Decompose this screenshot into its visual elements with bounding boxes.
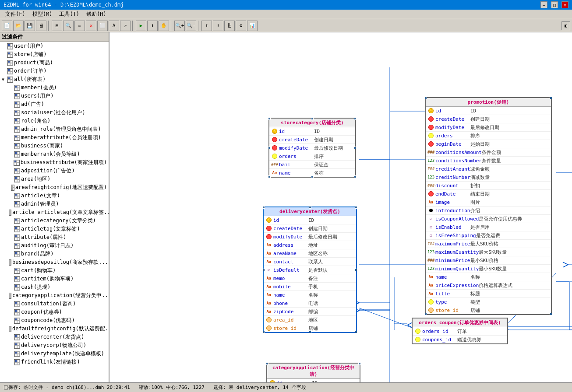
toolbar-play[interactable]: ▶ [136, 21, 146, 31]
menu-model[interactable]: 模型(M) [29, 10, 56, 19]
sidebar-item[interactable]: store(店铺) [0, 50, 109, 59]
table-row[interactable]: beginDate 起始日期 [426, 140, 551, 148]
table-storecategory[interactable]: storecategory(店铺分类) 🔑 id ID createDate 创… [268, 118, 356, 178]
toolbar-layout[interactable]: 📊 [247, 21, 258, 31]
sidebar-item[interactable]: delivercenter(发货点) [0, 333, 109, 341]
sidebar-item[interactable]: product(商品) [0, 59, 109, 67]
toolbar-stop[interactable]: ⬜ [97, 21, 108, 31]
resize-t[interactable] [311, 117, 314, 120]
table-row[interactable]: Aα name 名称 [264, 291, 356, 299]
toolbar-cursor[interactable]: ⬆ [147, 21, 158, 31]
menu-tools[interactable]: 工具(T) [56, 10, 83, 19]
sidebar-item[interactable]: article_articletag(文章文章标签...) [0, 208, 109, 217]
resize-r[interactable] [355, 269, 357, 271]
sidebar-item[interactable]: article(文章) [0, 192, 109, 200]
sidebar-item[interactable]: ▼all(所有表) [0, 75, 109, 84]
table-row[interactable]: type 类型 [426, 298, 551, 306]
table-row[interactable]: ### minimumPrice 最小SKU价格 [426, 256, 551, 265]
resize-b[interactable] [309, 331, 311, 333]
table-row[interactable]: modifyDate 最后修改日期 [426, 123, 551, 132]
sidebar-item[interactable]: socialuser(社会化用户) [0, 108, 109, 117]
sidebar-item[interactable]: memberrank(会员等级) [0, 150, 109, 158]
expand-icon[interactable]: ▼ [2, 77, 6, 82]
table-row[interactable]: Aα address 地址 [264, 241, 356, 249]
table-row[interactable]: Aα priceExpression 价格运算表达式 [426, 281, 551, 290]
table-row[interactable]: modifyDate 最后修改日期 [269, 144, 355, 152]
sidebar-item[interactable]: businessdepositlog(商家预存款...) [0, 258, 109, 266]
toolbar-text[interactable]: A [109, 21, 119, 31]
sidebar-item[interactable]: coupon(优惠券) [0, 308, 109, 316]
table-orderscoupon[interactable]: orders coupon(订单优惠券中间表) orders_id 订单 cou… [412, 318, 508, 344]
sidebar-item[interactable]: cart(购物车) [0, 266, 109, 275]
table-row[interactable]: ☑ isEnabled 是否启用 [426, 223, 551, 231]
toolbar-zoom-out[interactable]: 🔍- [186, 21, 196, 31]
table-row[interactable]: ### discount 折扣 [426, 182, 551, 190]
toolbar-zoom-in[interactable]: 🔍+ [174, 21, 185, 31]
table-row[interactable]: Aα memo 备注 [264, 274, 356, 283]
resize-tl[interactable] [268, 117, 271, 120]
toolbar-grid[interactable]: ⊞ [52, 21, 62, 31]
sidebar-item[interactable]: memberattribute(会员注册项) [0, 133, 109, 142]
table-categoryapplication-header[interactable]: categoryapplication(经营分类申请) [267, 364, 360, 379]
toolbar-panel-toggle[interactable]: ◧ [561, 21, 570, 30]
table-row[interactable]: 123 creditNumber 满减数量 [426, 173, 551, 182]
maximize-button[interactable]: □ [551, 1, 558, 8]
toolbar-delete[interactable]: ✕ [86, 21, 96, 31]
table-row[interactable]: endDate 结束日期 [426, 190, 551, 198]
sidebar-item[interactable]: friendlink(友情链接) [0, 358, 109, 366]
sidebar-scroll[interactable]: user(用户)store(店铺)product(商品)order(订单)▼al… [0, 42, 109, 382]
sidebar-item[interactable]: admin(管理员) [0, 200, 109, 208]
table-row[interactable]: Aα name 名称 [426, 273, 551, 281]
toolbar-db[interactable]: 🗄 [224, 21, 235, 31]
sidebar-item[interactable]: consultation(咨询) [0, 300, 109, 308]
table-row[interactable]: ☑ isDefault 是否默认 [264, 266, 356, 274]
sidebar-item[interactable]: areafreightconfig(地区运费配置) [0, 183, 109, 192]
resize-tr[interactable] [358, 362, 361, 365]
table-row[interactable]: ### conditionsAmount 条件金额 [426, 148, 551, 157]
table-row[interactable]: createDate 创建日期 [269, 136, 355, 144]
canvas-area[interactable]: storecategory(店铺分类) 🔑 id ID createDate 创… [109, 32, 572, 382]
resize-r[interactable] [354, 147, 357, 149]
sidebar-item[interactable]: role(角色) [0, 117, 109, 125]
table-row[interactable]: introduction 介绍 [426, 206, 551, 215]
sidebar-item[interactable]: member(会员) [0, 84, 109, 92]
sidebar-item[interactable]: categoryapplication(经营分类申...) [0, 291, 109, 300]
sidebar-item[interactable]: auditlog(审计日志) [0, 242, 109, 250]
table-row[interactable]: area_id 地区 [264, 316, 356, 324]
sidebar-item[interactable]: area(地区) [0, 175, 109, 183]
table-row[interactable]: ☑ isFreeShipping 是否免运费 [426, 231, 551, 240]
table-row[interactable]: coupons_id 赠送优惠券 [413, 336, 507, 343]
sidebar-item[interactable]: deliverycorp(物流公司) [0, 341, 109, 350]
toolbar-new[interactable]: 📄 [2, 21, 12, 31]
table-categoryapplication[interactable]: categoryapplication(经营分类申请) 🔑 id ID crea… [266, 363, 360, 382]
table-orderscoupon-header[interactable]: orders coupon(订单优惠券中间表) [413, 318, 507, 327]
sidebar-item[interactable]: adposition(广告位) [0, 167, 109, 175]
menu-file[interactable]: 文件(F) [2, 10, 29, 19]
table-row[interactable]: 🔑 id ID [426, 107, 551, 115]
table-row[interactable]: ### maximumPrice 最大SKU价格 [426, 240, 551, 248]
table-row[interactable]: 123 conditionsNumber 条件数量 [426, 157, 551, 165]
sidebar-item[interactable]: ad(广告) [0, 100, 109, 108]
table-promotion-header[interactable]: promotion(促销) [426, 98, 551, 107]
table-row[interactable]: Aα title 标题 [426, 290, 551, 298]
toolbar-search[interactable]: 🔍 [63, 21, 74, 31]
table-row[interactable]: orders 排序 [426, 132, 551, 140]
table-deliverycenter-header[interactable]: deliverycenter(发货点) [264, 207, 356, 216]
table-row[interactable]: Aα image 图片 [426, 198, 551, 206]
resize-tl[interactable] [266, 362, 268, 365]
table-row[interactable]: Aα areaName 地区名称 [264, 249, 356, 258]
table-deliverycenter[interactable]: deliverycenter(发货点) 🔑 id ID createDate 创… [263, 206, 357, 333]
sidebar-item[interactable]: articletag(文章标签) [0, 225, 109, 233]
resize-tr[interactable] [354, 117, 357, 120]
table-row[interactable]: store_id 店铺 [426, 306, 551, 314]
table-row[interactable]: modifyDate 最后修改日期 [264, 233, 356, 241]
resize-bl[interactable] [268, 175, 271, 178]
table-row[interactable]: createDate 创建日期 [264, 224, 356, 233]
resize-bl[interactable] [262, 331, 265, 333]
table-row[interactable]: ☑ isCouponAllowed 是否允许使用优惠券 [426, 215, 551, 223]
sidebar-item[interactable]: admin_role(管理员角色中间表) [0, 125, 109, 133]
sidebar-item[interactable]: couponcode(优惠码) [0, 316, 109, 325]
table-row[interactable]: createDate 创建日期 [426, 115, 551, 123]
toolbar-hand[interactable]: ✋ [159, 21, 169, 31]
sidebar-item[interactable]: attribute(属性) [0, 233, 109, 242]
